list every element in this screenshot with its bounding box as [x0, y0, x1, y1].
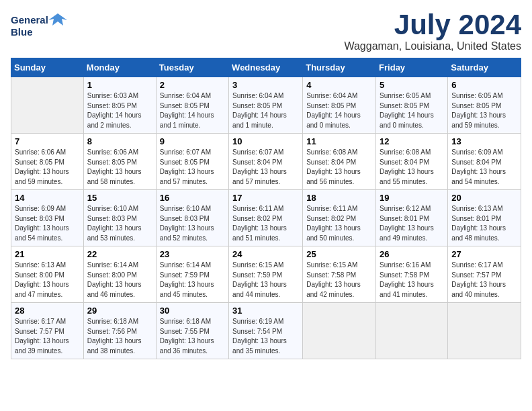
- table-row: 16Sunrise: 6:10 AM Sunset: 8:03 PM Dayli…: [156, 190, 228, 246]
- table-row: 19Sunrise: 6:12 AM Sunset: 8:01 PM Dayli…: [376, 190, 448, 246]
- day-info: Sunrise: 6:10 AM Sunset: 8:03 PM Dayligh…: [160, 204, 225, 243]
- table-row: 3Sunrise: 6:04 AM Sunset: 8:05 PM Daylig…: [229, 77, 303, 134]
- day-number: 7: [15, 136, 80, 146]
- table-row: 22Sunrise: 6:14 AM Sunset: 8:00 PM Dayli…: [83, 246, 156, 303]
- day-number: 30: [160, 306, 225, 316]
- day-info: Sunrise: 6:03 AM Sunset: 8:05 PM Dayligh…: [87, 91, 152, 130]
- page-header: General Blue July 2024 Waggaman, Louisia…: [11, 11, 521, 52]
- table-row: 15Sunrise: 6:10 AM Sunset: 8:03 PM Dayli…: [83, 190, 156, 246]
- day-info: Sunrise: 6:15 AM Sunset: 7:59 PM Dayligh…: [232, 261, 299, 300]
- day-info: Sunrise: 6:08 AM Sunset: 8:04 PM Dayligh…: [306, 148, 372, 187]
- col-thursday: Thursday: [303, 58, 376, 77]
- day-number: 9: [160, 136, 225, 146]
- table-row: 9Sunrise: 6:07 AM Sunset: 8:05 PM Daylig…: [156, 134, 228, 190]
- day-number: 26: [380, 249, 444, 259]
- day-number: 31: [232, 306, 299, 316]
- day-info: Sunrise: 6:09 AM Sunset: 8:04 PM Dayligh…: [451, 148, 517, 187]
- day-info: Sunrise: 6:05 AM Sunset: 8:05 PM Dayligh…: [451, 91, 517, 130]
- day-number: 14: [15, 193, 80, 203]
- day-info: Sunrise: 6:16 AM Sunset: 7:58 PM Dayligh…: [380, 261, 444, 300]
- table-row: 2Sunrise: 6:04 AM Sunset: 8:05 PM Daylig…: [156, 77, 228, 134]
- logo-text-line1: General: [11, 15, 48, 26]
- table-row: 26Sunrise: 6:16 AM Sunset: 7:58 PM Dayli…: [376, 246, 448, 303]
- table-row: 27Sunrise: 6:17 AM Sunset: 7:57 PM Dayli…: [448, 246, 521, 303]
- day-number: 28: [15, 306, 80, 316]
- day-number: 4: [306, 80, 372, 90]
- day-number: 12: [380, 136, 444, 146]
- day-info: Sunrise: 6:15 AM Sunset: 7:58 PM Dayligh…: [306, 261, 372, 300]
- day-number: 3: [232, 80, 299, 90]
- table-row: 23Sunrise: 6:14 AM Sunset: 7:59 PM Dayli…: [156, 246, 228, 303]
- table-row: 1Sunrise: 6:03 AM Sunset: 8:05 PM Daylig…: [83, 77, 156, 134]
- table-row: [448, 303, 521, 359]
- table-row: 8Sunrise: 6:06 AM Sunset: 8:05 PM Daylig…: [83, 134, 156, 190]
- calendar-week-4: 21Sunrise: 6:13 AM Sunset: 8:00 PM Dayli…: [11, 246, 521, 303]
- day-number: 11: [306, 136, 372, 146]
- table-row: 12Sunrise: 6:08 AM Sunset: 8:04 PM Dayli…: [376, 134, 448, 190]
- day-number: 8: [87, 136, 152, 146]
- day-number: 20: [451, 193, 517, 203]
- calendar-week-5: 28Sunrise: 6:17 AM Sunset: 7:57 PM Dayli…: [11, 303, 521, 359]
- day-info: Sunrise: 6:10 AM Sunset: 8:03 PM Dayligh…: [87, 204, 152, 243]
- calendar-subtitle: Waggaman, Louisiana, United States: [344, 40, 521, 52]
- logo-text-line2: Blue: [11, 27, 33, 38]
- day-info: Sunrise: 6:08 AM Sunset: 8:04 PM Dayligh…: [380, 148, 444, 187]
- day-info: Sunrise: 6:06 AM Sunset: 8:05 PM Dayligh…: [87, 148, 152, 187]
- table-row: 10Sunrise: 6:07 AM Sunset: 8:04 PM Dayli…: [229, 134, 303, 190]
- calendar-week-2: 7Sunrise: 6:06 AM Sunset: 8:05 PM Daylig…: [11, 134, 521, 190]
- day-number: 23: [160, 249, 225, 259]
- table-row: 28Sunrise: 6:17 AM Sunset: 7:57 PM Dayli…: [11, 303, 84, 359]
- col-sunday: Sunday: [11, 58, 84, 77]
- col-saturday: Saturday: [448, 58, 521, 77]
- header-row: Sunday Monday Tuesday Wednesday Thursday…: [11, 58, 521, 77]
- day-info: Sunrise: 6:06 AM Sunset: 8:05 PM Dayligh…: [15, 148, 80, 187]
- day-number: 18: [306, 193, 372, 203]
- table-row: 21Sunrise: 6:13 AM Sunset: 8:00 PM Dayli…: [11, 246, 84, 303]
- day-number: 19: [380, 193, 444, 203]
- day-info: Sunrise: 6:11 AM Sunset: 8:02 PM Dayligh…: [306, 204, 372, 243]
- day-info: Sunrise: 6:04 AM Sunset: 8:05 PM Dayligh…: [232, 91, 299, 130]
- table-row: [11, 77, 84, 134]
- day-info: Sunrise: 6:18 AM Sunset: 7:56 PM Dayligh…: [87, 317, 152, 356]
- table-row: 7Sunrise: 6:06 AM Sunset: 8:05 PM Daylig…: [11, 134, 84, 190]
- calendar-title: July 2024: [344, 11, 521, 39]
- day-info: Sunrise: 6:09 AM Sunset: 8:03 PM Dayligh…: [15, 204, 80, 243]
- day-number: 16: [160, 193, 225, 203]
- table-row: 6Sunrise: 6:05 AM Sunset: 8:05 PM Daylig…: [448, 77, 521, 134]
- day-number: 15: [87, 193, 152, 203]
- calendar-table: Sunday Monday Tuesday Wednesday Thursday…: [11, 58, 521, 359]
- day-info: Sunrise: 6:18 AM Sunset: 7:55 PM Dayligh…: [160, 317, 225, 356]
- col-monday: Monday: [83, 58, 156, 77]
- day-number: 10: [232, 136, 299, 146]
- day-info: Sunrise: 6:17 AM Sunset: 7:57 PM Dayligh…: [15, 317, 80, 356]
- day-number: 17: [232, 193, 299, 203]
- table-row: 20Sunrise: 6:13 AM Sunset: 8:01 PM Dayli…: [448, 190, 521, 246]
- day-info: Sunrise: 6:14 AM Sunset: 7:59 PM Dayligh…: [160, 261, 225, 300]
- day-number: 29: [87, 306, 152, 316]
- title-area: July 2024 Waggaman, Louisiana, United St…: [344, 11, 521, 52]
- day-number: 21: [15, 249, 80, 259]
- table-row: 17Sunrise: 6:11 AM Sunset: 8:02 PM Dayli…: [229, 190, 303, 246]
- calendar-week-1: 1Sunrise: 6:03 AM Sunset: 8:05 PM Daylig…: [11, 77, 521, 134]
- table-row: 25Sunrise: 6:15 AM Sunset: 7:58 PM Dayli…: [303, 246, 376, 303]
- table-row: [303, 303, 376, 359]
- table-row: 29Sunrise: 6:18 AM Sunset: 7:56 PM Dayli…: [83, 303, 156, 359]
- day-number: 6: [451, 80, 517, 90]
- table-row: 18Sunrise: 6:11 AM Sunset: 8:02 PM Dayli…: [303, 190, 376, 246]
- day-number: 25: [306, 249, 372, 259]
- table-row: 11Sunrise: 6:08 AM Sunset: 8:04 PM Dayli…: [303, 134, 376, 190]
- day-number: 24: [232, 249, 299, 259]
- day-number: 1: [87, 80, 152, 90]
- table-row: 30Sunrise: 6:18 AM Sunset: 7:55 PM Dayli…: [156, 303, 228, 359]
- day-info: Sunrise: 6:04 AM Sunset: 8:05 PM Dayligh…: [160, 91, 225, 130]
- svg-marker-0: [48, 13, 67, 26]
- day-number: 13: [451, 136, 517, 146]
- col-wednesday: Wednesday: [229, 58, 303, 77]
- day-number: 2: [160, 80, 225, 90]
- calendar-week-3: 14Sunrise: 6:09 AM Sunset: 8:03 PM Dayli…: [11, 190, 521, 246]
- table-row: [376, 303, 448, 359]
- table-row: 31Sunrise: 6:19 AM Sunset: 7:54 PM Dayli…: [229, 303, 303, 359]
- day-number: 22: [87, 249, 152, 259]
- col-tuesday: Tuesday: [156, 58, 228, 77]
- day-info: Sunrise: 6:11 AM Sunset: 8:02 PM Dayligh…: [232, 204, 299, 243]
